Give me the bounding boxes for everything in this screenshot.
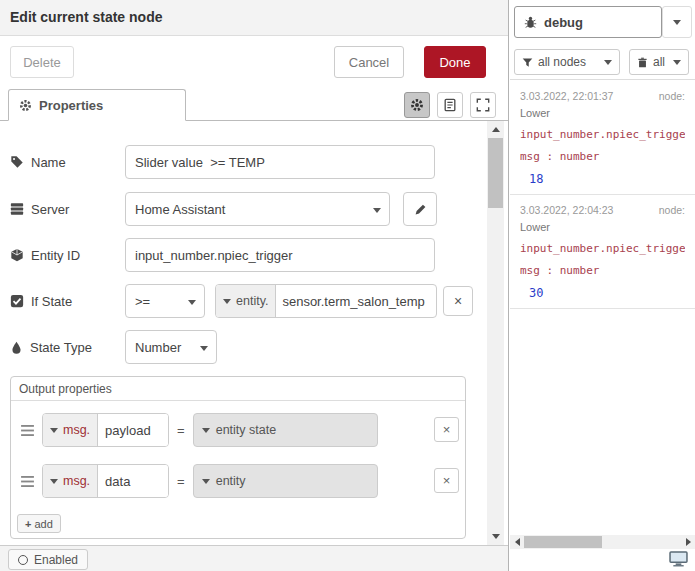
scroll-down-button[interactable] — [487, 528, 504, 545]
output-value-label: entity state — [216, 423, 276, 437]
tab-properties-label: Properties — [39, 98, 103, 113]
debug-path[interactable]: msg : number — [520, 150, 685, 164]
node-properties-form: Name Server Home Assistant — [0, 121, 487, 545]
if-state-type-button[interactable]: entity. — [216, 285, 276, 317]
server-select[interactable]: Home Assistant — [125, 192, 390, 226]
equals-sign: = — [177, 474, 185, 489]
node-red-workspace: Edit current state node Delete Cancel Do… — [0, 0, 695, 571]
entity-id-label-text: Entity ID — [31, 248, 80, 263]
scroll-up-button[interactable] — [487, 121, 504, 138]
clear-messages-button[interactable]: all — [629, 49, 689, 75]
arrow-up-icon — [492, 127, 500, 132]
debug-node-name: Lower — [520, 106, 685, 120]
if-state-label: If State — [10, 284, 72, 318]
gear-icon — [410, 98, 424, 112]
scrollbar-thumb[interactable] — [488, 138, 503, 208]
arrow-left-icon — [515, 538, 520, 546]
output-row-data: msg. = entity × — [11, 464, 465, 498]
chevron-down-icon — [200, 346, 208, 351]
open-debug-window-button[interactable] — [665, 549, 691, 569]
add-button-label: add — [34, 518, 52, 530]
drag-handle-icon[interactable] — [21, 476, 34, 487]
state-type-row: State Type Number — [10, 330, 480, 364]
debug-node-name: Lower — [520, 220, 685, 234]
output-target-input[interactable] — [98, 414, 168, 446]
drag-handle-icon[interactable] — [21, 425, 34, 436]
debug-message-meta: 3.03.2022, 22:04:23 node: — [520, 204, 685, 217]
msg-type-label: msg. — [63, 423, 90, 437]
server-label: Server — [10, 192, 69, 226]
editor-tab-bar: Properties — [0, 89, 508, 121]
settings-button[interactable] — [404, 92, 430, 118]
output-value-select[interactable]: entity state — [193, 413, 378, 447]
trash-icon — [637, 57, 648, 68]
if-state-operator-value: >= — [135, 294, 150, 309]
add-output-property-button[interactable]: + add — [17, 514, 61, 533]
circle-icon — [18, 555, 28, 565]
debug-message-list: 3.03.2022, 22:01:37 node: Lower input_nu… — [510, 81, 695, 309]
debug-horizontal-scrollbar[interactable] — [510, 535, 695, 549]
debug-filter-bar: all nodes all — [510, 44, 695, 80]
debug-message[interactable]: 3.03.2022, 22:04:23 node: Lower input_nu… — [510, 195, 695, 309]
description-button[interactable] — [437, 92, 463, 118]
edit-node-dialog: Edit current state node Delete Cancel Do… — [0, 0, 509, 571]
name-input[interactable] — [125, 145, 435, 179]
cancel-button[interactable]: Cancel — [334, 46, 404, 78]
if-state-label-text: If State — [31, 294, 72, 309]
state-type-label-text: State Type — [30, 340, 92, 355]
server-select-value: Home Assistant — [135, 202, 225, 217]
if-state-operator-select[interactable]: >= — [125, 284, 205, 318]
remove-output-row-button[interactable]: × — [434, 468, 459, 493]
cube-icon — [10, 248, 24, 262]
entity-id-input[interactable] — [125, 238, 435, 272]
debug-sidebar: debug all nodes all 3.03.2022, 22:01:37 … — [510, 0, 695, 571]
remove-output-row-button[interactable]: × — [434, 417, 459, 442]
msg-type-button[interactable]: msg. — [43, 465, 98, 497]
debug-message[interactable]: 3.03.2022, 22:01:37 node: Lower input_nu… — [510, 81, 695, 195]
expand-icon — [476, 98, 490, 112]
pencil-icon — [414, 203, 427, 216]
arrow-right-icon — [686, 538, 691, 546]
msg-type-label: msg. — [63, 474, 90, 488]
check-square-icon — [10, 294, 24, 308]
chevron-down-icon — [202, 479, 210, 484]
sidebar-menu-button[interactable] — [662, 6, 692, 38]
if-state-typed-input: entity. sensor.term_salon_temp — [215, 284, 437, 318]
msg-type-button[interactable]: msg. — [43, 414, 98, 446]
chevron-down-icon — [50, 428, 58, 433]
output-properties-title: Output properties — [11, 377, 465, 401]
close-icon: × — [454, 293, 462, 309]
output-target-input[interactable] — [98, 465, 168, 497]
entity-id-label: Entity ID — [10, 238, 80, 272]
edit-server-button[interactable] — [403, 192, 437, 226]
server-icon — [10, 202, 24, 216]
dialog-footer: Enabled — [0, 545, 508, 571]
gear-icon — [19, 99, 32, 112]
output-target-typed-input: msg. — [42, 464, 169, 498]
expand-button[interactable] — [470, 92, 496, 118]
enabled-toggle-button[interactable]: Enabled — [8, 549, 88, 570]
scrollbar-thumb[interactable] — [524, 536, 602, 548]
debug-message-meta: 3.03.2022, 22:01:37 node: — [520, 90, 685, 103]
done-button[interactable]: Done — [424, 46, 486, 78]
form-scrollbar[interactable] — [487, 121, 504, 545]
delete-button[interactable]: Delete — [10, 46, 74, 78]
filter-nodes-button[interactable]: all nodes — [514, 49, 620, 75]
chevron-down-icon — [673, 60, 681, 65]
output-value-select[interactable]: entity — [193, 464, 378, 498]
debug-tab[interactable]: debug — [514, 6, 662, 38]
clear-if-state-button[interactable]: × — [443, 286, 473, 316]
monitor-icon — [669, 551, 688, 567]
state-type-select[interactable]: Number — [125, 330, 217, 364]
dialog-title: Edit current state node — [0, 0, 508, 36]
filter-icon — [522, 57, 533, 68]
scroll-right-button[interactable] — [681, 535, 695, 549]
output-properties-box: Output properties msg. = entity state — [10, 376, 466, 539]
tab-properties[interactable]: Properties — [8, 89, 186, 121]
if-state-value[interactable]: sensor.term_salon_temp — [276, 285, 430, 317]
name-row: Name — [10, 145, 480, 179]
debug-path[interactable]: msg : number — [520, 264, 685, 278]
bug-icon — [524, 16, 537, 29]
state-type-value: Number — [135, 340, 181, 355]
scroll-left-button[interactable] — [510, 535, 524, 549]
